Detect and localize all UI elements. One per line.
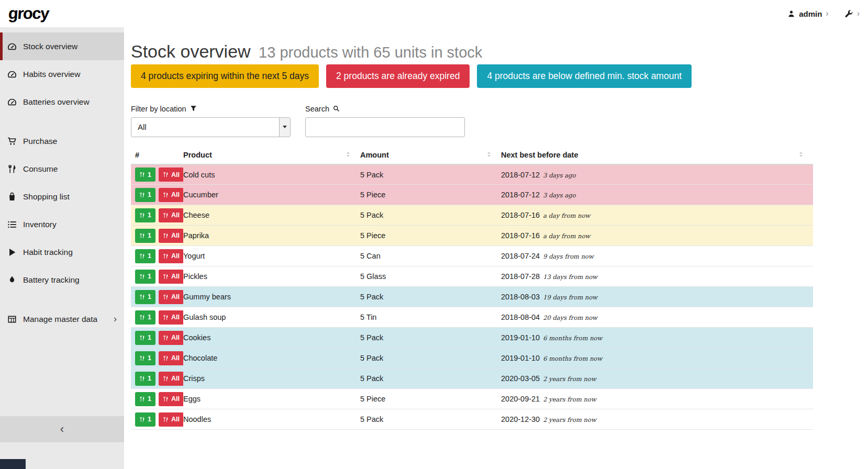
- cart-icon: [7, 137, 17, 146]
- best-before-cell: 2020-12-302 years from now: [501, 409, 813, 430]
- consume-one-button[interactable]: 1: [135, 372, 155, 386]
- location-filter-select[interactable]: All: [131, 117, 291, 137]
- consume-one-label: 1: [148, 354, 151, 362]
- consume-all-button[interactable]: All: [159, 351, 183, 365]
- sort-icon: [485, 151, 493, 158]
- settings-menu[interactable]: ›: [844, 9, 860, 18]
- actions-cell: 1All: [131, 348, 183, 368]
- table-row: 1AllCucumber5 Piece2018-07-123 days ago: [131, 185, 813, 205]
- column-label: Product: [183, 151, 212, 159]
- consume-one-label: 1: [148, 191, 151, 198]
- column-label: Amount: [360, 151, 389, 159]
- column-header-num: #: [131, 149, 183, 164]
- search-input[interactable]: [305, 117, 465, 137]
- bag-icon: [7, 192, 17, 202]
- sidebar-nav: Stock overviewHabits overviewBatteries o…: [0, 27, 124, 333]
- due-relative-text: 20 days from now: [543, 314, 597, 321]
- consume-all-button[interactable]: All: [159, 372, 183, 386]
- consume-one-button[interactable]: 1: [135, 229, 155, 243]
- actions-cell: 1All: [131, 185, 183, 205]
- consume-all-button[interactable]: All: [159, 188, 183, 202]
- actions-cell: 1All: [131, 164, 183, 185]
- sidebar-item-label: Shopping list: [23, 192, 70, 202]
- consume-one-button[interactable]: 1: [135, 290, 155, 304]
- sidebar-item-stock-overview[interactable]: Stock overview: [0, 32, 124, 60]
- consume-one-button[interactable]: 1: [135, 392, 155, 406]
- product-cell: Cold cuts: [183, 164, 360, 185]
- consume-all-button[interactable]: All: [159, 168, 183, 182]
- consume-all-label: All: [171, 191, 180, 198]
- consume-one-button[interactable]: 1: [135, 168, 155, 182]
- search-label-text: Search: [305, 105, 329, 113]
- consume-all-button[interactable]: All: [159, 331, 183, 345]
- consume-all-button[interactable]: All: [159, 208, 183, 222]
- filter-label: Filter by location: [131, 105, 291, 113]
- table-header-row: #ProductAmountNext best before date: [131, 149, 813, 164]
- sidebar-item-purchase[interactable]: Purchase: [0, 127, 124, 155]
- consume-all-button[interactable]: All: [159, 392, 183, 406]
- consume-one-button[interactable]: 1: [135, 270, 155, 284]
- sidebar-item-inventory[interactable]: Inventory: [0, 210, 124, 238]
- table-row: 1AllCheese5 Pack2018-07-16a day from now: [131, 205, 813, 226]
- product-cell: Cookies: [183, 328, 360, 348]
- sidebar-item-label: Purchase: [23, 137, 57, 146]
- search-control: Search: [305, 105, 465, 137]
- sidebar-divider: [0, 294, 124, 305]
- page-title: Stock overview 13 products with 65 units…: [131, 41, 813, 62]
- sidebar-item-consume[interactable]: Consume: [0, 155, 124, 183]
- alert-button-danger[interactable]: 2 products are already expired: [326, 64, 470, 88]
- actions-cell: 1All: [131, 287, 183, 307]
- utensils-icon: [163, 376, 169, 382]
- sidebar-item-batteries-overview[interactable]: Batteries overview: [0, 88, 124, 116]
- consume-one-button[interactable]: 1: [135, 188, 155, 202]
- consume-one-label: 1: [148, 314, 151, 321]
- consume-all-button[interactable]: All: [159, 310, 183, 325]
- utensils-icon: [163, 233, 169, 239]
- top-header: grocy admin › ›: [0, 0, 868, 27]
- alert-button-warning[interactable]: 4 products expiring within the next 5 da…: [131, 64, 319, 88]
- column-label: Next best before date: [501, 151, 578, 159]
- user-menu[interactable]: admin ›: [787, 9, 829, 18]
- consume-all-button[interactable]: All: [159, 290, 183, 304]
- consume-one-button[interactable]: 1: [135, 412, 155, 427]
- consume-one-button[interactable]: 1: [135, 331, 155, 345]
- due-relative-text: 3 days ago: [543, 192, 575, 199]
- alert-button-info[interactable]: 4 products are below defined min. stock …: [477, 64, 692, 88]
- filter-icon: [190, 105, 197, 112]
- layout: Stock overviewHabits overviewBatteries o…: [0, 27, 868, 469]
- column-header-amount[interactable]: Amount: [360, 149, 501, 164]
- consume-all-button[interactable]: All: [159, 270, 183, 284]
- column-header-next-best-before-date[interactable]: Next best before date: [501, 149, 813, 164]
- utensils-icon: [163, 294, 169, 300]
- sidebar-item-shopping-list[interactable]: Shopping list: [0, 183, 124, 210]
- best-before-cell: 2018-07-123 days ago: [501, 185, 813, 205]
- consume-one-label: 1: [148, 395, 151, 403]
- consume-one-button[interactable]: 1: [135, 351, 155, 365]
- gauge-icon: [7, 97, 17, 107]
- product-cell: Eggs: [183, 389, 360, 409]
- amount-cell: 5 Pack: [360, 164, 501, 185]
- consume-one-button[interactable]: 1: [135, 208, 155, 222]
- sidebar-item-habits-overview[interactable]: Habits overview: [0, 60, 124, 88]
- product-cell: Cheese: [183, 205, 360, 226]
- column-header-product[interactable]: Product: [183, 149, 360, 164]
- consume-all-button[interactable]: All: [159, 249, 183, 263]
- utensils-icon: [163, 335, 169, 341]
- sidebar-item-label: Habit tracking: [23, 248, 73, 257]
- actions-cell: 1All: [131, 368, 183, 389]
- consume-all-label: All: [171, 314, 180, 321]
- sidebar-item-manage-master-data[interactable]: Manage master data›: [0, 305, 124, 333]
- sidebar-collapse-button[interactable]: ‹: [0, 416, 124, 442]
- consume-all-label: All: [171, 416, 180, 423]
- gauge-icon: [7, 70, 17, 79]
- consume-all-button[interactable]: All: [159, 412, 183, 427]
- consume-one-button[interactable]: 1: [135, 249, 155, 263]
- sidebar-item-habit-tracking[interactable]: Habit tracking: [0, 238, 124, 266]
- app-logo[interactable]: grocy: [8, 4, 49, 23]
- table-row: 1AllGulash soup5 Tin2018-08-0420 days fr…: [131, 307, 813, 328]
- app-root: grocy admin › › Stock overviewHabits ove…: [0, 0, 868, 469]
- amount-cell: 5 Pack: [360, 368, 501, 389]
- consume-one-button[interactable]: 1: [135, 310, 155, 325]
- sidebar-item-battery-tracking[interactable]: Battery tracking: [0, 266, 124, 294]
- consume-all-button[interactable]: All: [159, 229, 183, 243]
